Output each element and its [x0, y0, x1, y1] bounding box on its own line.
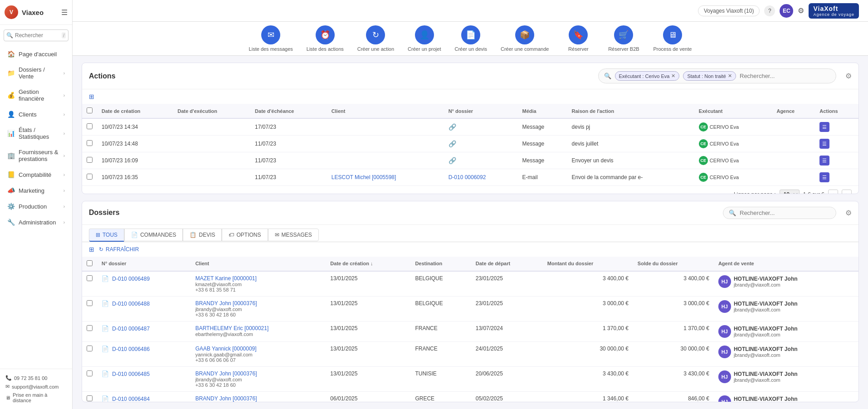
search-input[interactable] [4, 29, 68, 41]
client-link[interactable]: LESCOT Michel [0005598] [332, 174, 396, 180]
qa-messages[interactable]: ✉ Liste des messages [249, 25, 293, 52]
remove-filter-executant[interactable]: ✕ [671, 73, 675, 79]
dossiers-settings-icon[interactable]: ⚙ [845, 209, 852, 217]
qa-process-vente-label: Process de vente [653, 46, 692, 52]
dossier-link[interactable]: D-010 0006485 [112, 371, 150, 377]
actions-search-input[interactable] [740, 73, 830, 79]
footer-email[interactable]: ✉ support@viaxoft.com [5, 382, 67, 391]
hamburger-icon[interactable]: ☰ [61, 8, 68, 17]
row-checkbox[interactable] [87, 395, 93, 401]
dossier-link[interactable]: 🔗 [449, 140, 456, 147]
dossier-link[interactable]: D-010 0006488 [112, 301, 150, 307]
cell-destination: BELGIQUE [410, 296, 471, 321]
cell-dossier: 🔗 [444, 152, 518, 169]
dossier-link[interactable]: 🔗 [449, 123, 456, 131]
client-name-link[interactable]: MAZET Karine [0000001] [195, 275, 322, 282]
qa-creer-commande[interactable]: 📦 Créer une commande [501, 25, 549, 52]
tab-commandes-icon: 📄 [131, 232, 138, 238]
row-checkbox[interactable] [87, 140, 93, 146]
qa-actions[interactable]: ⏰ Liste des actions [307, 25, 344, 52]
qa-reserver-b2b[interactable]: 🛒 Réserver B2B [608, 25, 639, 52]
client-name-link[interactable]: GAAB Yannick [0000009] [195, 346, 322, 352]
user-avatar[interactable]: EC [780, 4, 793, 18]
row-checkbox[interactable] [87, 300, 93, 306]
dossier-link[interactable]: 🔗 [449, 157, 456, 164]
tab-options[interactable]: 🏷 OPTIONS [222, 229, 268, 241]
list-item: 📄 D-010 0006486 GAAB Yannick [0000009] y… [82, 341, 858, 366]
tab-tous[interactable]: ⊞ TOUS [89, 229, 124, 242]
action-button[interactable]: ☰ [819, 172, 829, 182]
row-checkbox[interactable] [87, 174, 93, 180]
client-name-link[interactable]: BARTHELEMY Eric [0000021] [195, 325, 322, 331]
nav-label-etats: États / Statistiques [19, 127, 60, 140]
help-button[interactable]: ? [764, 5, 775, 16]
dossier-link[interactable]: D-010 0006486 [112, 346, 150, 352]
qa-creer-projet[interactable]: 👤 Créer un projet [408, 25, 441, 52]
row-checkbox[interactable] [87, 123, 93, 129]
select-all-actions[interactable] [87, 107, 93, 113]
footer-remote[interactable]: 🖥 Prise en main à distance [5, 391, 67, 404]
client-name-link[interactable]: BRANDY John [0000376] [195, 300, 322, 307]
app-logo-icon: V [5, 5, 18, 19]
agent-email: jbrandy@viaxoft.com [734, 307, 798, 312]
cell-solde: 846,00 € [633, 391, 714, 402]
actions-settings-icon[interactable]: ⚙ [845, 72, 852, 80]
accounting-icon: 📒 [7, 171, 15, 178]
cell-agence [772, 136, 815, 152]
sidebar-item-dossiers[interactable]: 📁 Dossiers / Vente › [2, 62, 70, 84]
dossier-link[interactable]: D-010 0006489 [112, 276, 150, 282]
refresh-button[interactable]: ↻ RAFRAÎCHIR [99, 246, 139, 253]
dossier-link[interactable]: D-010 0006484 [112, 396, 150, 402]
sidebar-item-comptabilite[interactable]: 📒 Comptabilité › [2, 167, 70, 182]
qa-process-vente[interactable]: 🖥 Process de vente [653, 25, 692, 52]
agent-name: HOTLINE-VIAXOFT John [734, 326, 798, 332]
dossiers-grid-icon[interactable]: ⊞ [89, 246, 94, 253]
viaxoft-logo[interactable]: ViaXoft Agence de voyage [809, 3, 859, 19]
sidebar-item-fournisseurs[interactable]: 🏢 Fournisseurs & prestations › [2, 145, 70, 166]
sidebar-item-etats[interactable]: 📊 États / Statistiques › [2, 122, 70, 144]
qa-creer-action[interactable]: ↻ Créer une action [357, 25, 394, 52]
clients-icon: 👤 [7, 111, 15, 118]
action-button[interactable]: ☰ [819, 122, 829, 132]
cell-agent: HJ HOTLINE-VIAXOFT John jbrandy@viaxoft.… [714, 391, 858, 402]
action-button[interactable]: ☰ [819, 156, 829, 166]
sidebar-item-marketing[interactable]: 📣 Marketing › [2, 183, 70, 198]
tab-devis[interactable]: 📋 DEVIS [183, 229, 222, 241]
action-button[interactable]: ☰ [819, 139, 829, 149]
qa-creer-devis[interactable]: 📄 Créer un devis [454, 25, 487, 52]
select-all-dossiers[interactable] [87, 260, 93, 266]
agent-avatar: HJ [718, 300, 731, 313]
next-page-button[interactable]: › [842, 190, 852, 194]
grid-view-icon[interactable]: ⊞ [89, 93, 94, 100]
sidebar-item-gestion[interactable]: 💰 Gestion financière › [2, 84, 70, 106]
row-checkbox[interactable] [87, 157, 93, 163]
sidebar-item-production[interactable]: ⚙️ Production › [2, 199, 70, 214]
sidebar-item-accueil[interactable]: 🏠 Page d'accueil [2, 46, 70, 62]
row-checkbox[interactable] [87, 346, 93, 351]
client-name-link[interactable]: BRANDY John [0000376] [195, 370, 322, 377]
tab-messages[interactable]: ✉ MESSAGES [268, 229, 319, 241]
prev-page-button[interactable]: ‹ [828, 190, 838, 194]
row-checkbox[interactable] [87, 325, 93, 331]
remove-filter-statut[interactable]: ✕ [728, 73, 732, 79]
actions-header: Actions 🔍 Exécutant : Cerivo Eva ✕ Statu… [82, 63, 858, 89]
lines-per-page-select[interactable]: 10 20 50 [780, 190, 800, 194]
dossiers-search-input[interactable] [740, 209, 830, 216]
dossier-number-link[interactable]: D-010 0006092 [449, 174, 486, 180]
qa-reserver[interactable]: 🔖 Réserver [562, 25, 594, 52]
col-agence: Agence [772, 104, 815, 118]
qa-messages-label: Liste des messages [249, 46, 293, 52]
sidebar-item-administration[interactable]: 🔧 Administration › [2, 214, 70, 230]
client-name-link[interactable]: BRANDY John [0000376] [195, 395, 322, 402]
row-checkbox[interactable] [87, 275, 93, 281]
dossier-link[interactable]: D-010 0006487 [112, 326, 150, 332]
cell-montant: 1 346,00 € [543, 391, 633, 402]
settings-icon[interactable]: ⚙ [798, 6, 804, 15]
tab-commandes[interactable]: 📄 COMMANDES [124, 229, 183, 241]
col-numero: N° dossier [97, 257, 191, 271]
voyages-button[interactable]: Voyages Viaxoft (10) [698, 5, 760, 16]
col-destination: Destination [410, 257, 471, 271]
sidebar-item-clients[interactable]: 👤 Clients › [2, 107, 70, 122]
actions-search-bar: 🔍 Exécutant : Cerivo Eva ✕ Statut : Non … [598, 68, 837, 83]
row-checkbox[interactable] [87, 370, 93, 376]
